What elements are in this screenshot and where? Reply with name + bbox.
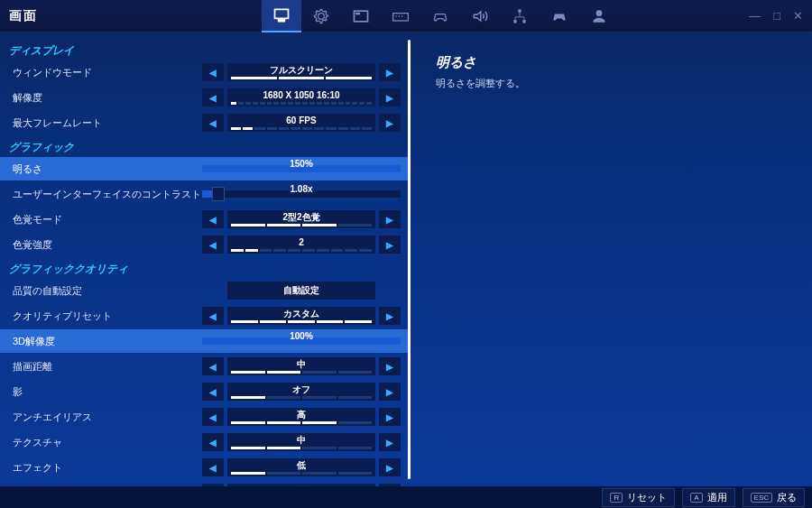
setting-row[interactable]: テクスチャ◀中▶ [0,430,408,454]
detail-panel: 明るさ 明るさを調整する。 [411,32,812,486]
reset-button[interactable]: Rリセット [602,488,675,507]
setting-row[interactable]: ウィンドウモード◀フルスクリーン▶ [0,60,408,84]
account-icon[interactable] [579,0,619,32]
prev-arrow-icon[interactable]: ◀ [202,63,224,81]
display-tab-icon[interactable] [262,0,301,32]
minimize-icon[interactable]: — [749,9,761,23]
next-arrow-icon[interactable]: ▶ [379,88,401,106]
value-box[interactable]: 中 [227,433,375,451]
gear-icon[interactable] [301,0,341,32]
setting-value: 中 [297,359,306,370]
setting-row[interactable]: エフェクト◀低▶ [0,456,408,479]
setting-row[interactable]: クオリティプリセット◀カスタム▶ [0,304,408,328]
prev-arrow-icon[interactable]: ◀ [202,114,224,132]
setting-row[interactable]: アンチエイリアス◀高▶ [0,405,408,429]
setting-control: ◀2▶ [202,236,401,254]
setting-row[interactable]: 色覚強度◀2▶ [0,233,408,256]
setting-control: ◀1680 X 1050 16:10▶ [202,88,401,106]
value-box[interactable]: 1680 X 1050 16:10 [227,88,375,106]
next-arrow-icon[interactable]: ▶ [379,433,401,451]
hud-icon[interactable] [341,0,381,32]
setting-value: 自動設定 [283,285,319,296]
value-box[interactable]: 高 [227,408,375,426]
setting-control: ◀オフ▶ [202,383,401,401]
slider-value: 1.08x [202,184,401,194]
close-icon[interactable]: ✕ [793,9,803,23]
controller-icon[interactable] [420,0,460,32]
setting-control: 100% [202,332,401,350]
setting-label: 解像度 [0,91,202,105]
next-arrow-icon[interactable]: ▶ [379,458,401,476]
prev-arrow-icon[interactable]: ◀ [202,210,224,228]
setting-value: 1680 X 1050 16:10 [263,90,339,101]
audio-icon[interactable] [460,0,500,32]
value-box[interactable]: フルスクリーン [227,63,375,81]
controller2-icon[interactable] [540,0,579,32]
prev-arrow-icon[interactable]: ◀ [202,236,224,254]
setting-value: 中 [297,435,306,446]
prev-arrow-icon[interactable]: ◀ [202,458,224,476]
page-title: 画面 [9,8,262,24]
setting-row[interactable]: 影◀オフ▶ [0,380,408,403]
value-box[interactable]: 2型2色覚 [227,210,375,228]
setting-row[interactable]: 描画距離◀中▶ [0,355,408,378]
slider[interactable]: 1.08x [202,185,401,203]
prev-arrow-icon[interactable]: ◀ [202,433,224,451]
setting-value: 低 [297,460,306,471]
prev-arrow-icon[interactable]: ◀ [202,357,224,375]
next-arrow-icon[interactable]: ▶ [379,210,401,228]
value-box[interactable]: 60 FPS [227,114,375,132]
setting-row[interactable]: 3D解像度100% [0,329,408,353]
next-arrow-icon[interactable]: ▶ [379,383,401,401]
value-box[interactable]: カスタム [227,307,375,325]
slider[interactable]: 150% [202,160,401,178]
setting-label: 色覚モード [0,213,202,226]
nav-tabs [262,0,619,32]
setting-row[interactable]: 明るさ150% [0,157,408,180]
maximize-icon[interactable]: □ [773,9,780,23]
back-button[interactable]: ESC戻る [743,488,805,507]
setting-label: エフェクト [0,461,202,475]
svg-rect-1 [355,13,360,14]
setting-control: ◀2型2色覚▶ [202,210,401,228]
setting-control: ◀中▶ [202,357,401,375]
detail-heading: 明るさ [436,54,787,71]
slider[interactable]: 100% [202,332,401,350]
next-arrow-icon[interactable]: ▶ [379,114,401,132]
setting-row[interactable]: 品質の自動設定自動設定 [0,279,408,302]
setting-label: 明るさ [0,162,202,176]
next-arrow-icon[interactable]: ▶ [379,408,401,426]
setting-label: 3D解像度 [0,335,202,348]
apply-button[interactable]: A適用 [682,488,734,507]
prev-arrow-icon[interactable]: ◀ [202,408,224,426]
value-box[interactable]: 低 [227,458,375,476]
slider-value: 150% [202,159,401,169]
prev-arrow-icon[interactable]: ◀ [202,383,224,401]
keyboard-icon[interactable] [381,0,420,32]
setting-row[interactable]: 解像度◀1680 X 1050 16:10▶ [0,86,408,109]
setting-control: ◀高▶ [202,408,401,426]
setting-row[interactable]: 最大フレームレート◀60 FPS▶ [0,111,408,134]
network-icon[interactable] [500,0,540,32]
prev-arrow-icon[interactable]: ◀ [202,88,224,106]
setting-value: カスタム [283,309,319,319]
setting-row[interactable]: 色覚モード◀2型2色覚▶ [0,208,408,231]
next-arrow-icon[interactable]: ▶ [379,307,401,325]
svg-rect-6 [518,10,521,13]
setting-label: 影 [0,385,202,399]
setting-control: 1.08x [202,185,401,203]
value-box[interactable]: 2 [227,236,375,254]
next-arrow-icon[interactable]: ▶ [379,236,401,254]
setting-label: クオリティプリセット [0,309,202,323]
value-box[interactable]: 自動設定 [227,282,375,300]
svg-point-4 [399,15,401,17]
setting-row[interactable]: ユーザーインターフェイスのコントラスト1.08x [0,182,408,206]
top-bar: 画面 — □ ✕ [0,0,812,32]
setting-control: ◀60 FPS▶ [202,114,401,132]
next-arrow-icon[interactable]: ▶ [379,357,401,375]
value-box[interactable]: オフ [227,383,375,401]
setting-value: 2型2色覚 [282,212,319,223]
prev-arrow-icon[interactable]: ◀ [202,307,224,325]
next-arrow-icon[interactable]: ▶ [379,63,401,81]
value-box[interactable]: 中 [227,357,375,375]
